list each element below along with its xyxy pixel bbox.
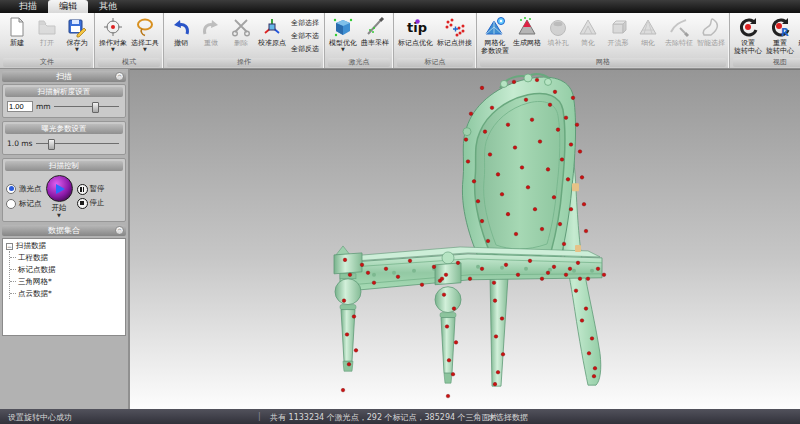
redo-icon: [200, 14, 222, 39]
ribbon-button-redo[interactable]: 重做: [196, 14, 226, 57]
dropdown-arrow-icon[interactable]: ▼: [143, 47, 147, 51]
exposure-slider-thumb[interactable]: [48, 139, 55, 150]
tree-item-label: 标记点数据: [18, 265, 56, 275]
marker-point: [548, 103, 552, 107]
tab-edit[interactable]: 编辑: [48, 0, 88, 13]
marker-point: [506, 212, 510, 216]
tree-item[interactable]: 标记点数据: [10, 263, 122, 275]
ribbon-button-fill-holes[interactable]: 填补孔: [543, 14, 573, 57]
marker-point: [514, 232, 518, 236]
marker-point: [586, 277, 590, 281]
radio-dot-icon[interactable]: [6, 184, 16, 194]
scan-control-title: 扫描控制: [5, 161, 123, 171]
ribbon-button-marker-optimize[interactable]: tip标记点优化: [396, 14, 435, 57]
tab-other[interactable]: 其他: [88, 0, 128, 13]
fill-holes-icon: [547, 14, 569, 39]
ribbon-button-calibrate-origin[interactable]: 校准原点: [256, 14, 288, 57]
dropdown-arrow-icon[interactable]: ▼: [341, 47, 345, 51]
ribbon-button-select-invert[interactable]: 全部反选: [291, 44, 319, 54]
ribbon-button-label: 撤销: [174, 39, 188, 47]
ribbon-button-marker-stitch[interactable]: 标记点拼接: [435, 14, 474, 57]
radio-dot-icon[interactable]: [6, 199, 16, 209]
marker-point: [464, 138, 468, 142]
viewport-3d[interactable]: [130, 69, 800, 409]
ribbon-button-curvature-sample[interactable]: 曲率采样: [359, 14, 391, 57]
marker-point: [480, 219, 484, 223]
marker-point: [546, 168, 550, 172]
resolution-input[interactable]: [7, 101, 33, 112]
ribbon-button-new[interactable]: 新建: [2, 14, 32, 57]
pause-label: 暂停: [90, 184, 105, 194]
ribbon-button-save-as[interactable]: 保存为▼: [62, 14, 92, 57]
marker-point: [454, 341, 458, 345]
ribbon-stack-operation: 全部选择全部不选全部反选: [288, 14, 322, 57]
stop-button[interactable]: 停止: [77, 198, 105, 209]
dropdown-arrow-icon[interactable]: ▼: [75, 47, 79, 51]
marker-point: [366, 271, 370, 275]
status-separator: |: [258, 412, 261, 421]
exposure-slider[interactable]: [36, 138, 121, 149]
tree-item[interactable]: 三角网格*: [10, 275, 122, 287]
tree-root-item[interactable]: − 扫描数据: [6, 241, 122, 251]
ribbon-group-laser-point: 模型优化▼曲率采样激光点: [325, 13, 394, 68]
sidebar: 扫描 ^ 扫描解析度设置 mm 曝光参数设置 1.0 ms 扫描控制 激光点标记…: [0, 69, 130, 409]
ribbon-button-select-all[interactable]: 全部选择: [291, 18, 319, 28]
stop-icon: [77, 198, 88, 209]
new-doc-icon: [6, 14, 28, 39]
tab-scan[interactable]: 扫描: [8, 0, 48, 13]
ribbon-button-select-none[interactable]: 全部不选: [291, 31, 319, 41]
ribbon-button-smart-select[interactable]: 智能选择: [695, 14, 727, 57]
ribbon-button-refine[interactable]: 细化: [633, 14, 663, 57]
ribbon-toolbar: 新建打开保存为▼文件操作对象▼选择工具▼模式撤销重做删除校准原点全部选择全部不选…: [0, 13, 800, 69]
marker-point: [500, 192, 504, 196]
ribbon-button-operate-object[interactable]: 操作对象▼: [97, 14, 129, 57]
set-rot-center-icon: [737, 14, 759, 39]
ribbon-button-remove-features[interactable]: 去除特征: [663, 14, 695, 57]
tree-branch-line: [10, 293, 16, 295]
pause-button[interactable]: 暂停: [77, 184, 105, 195]
ribbon-group-view: 设置 旋转中心R重置 旋转中心最佳视图视图: [730, 13, 800, 68]
ribbon-button-label: 去除特征: [665, 39, 693, 47]
dropdown-arrow-icon[interactable]: ▼: [111, 47, 115, 51]
resolution-slider-thumb[interactable]: [92, 102, 99, 113]
ribbon-button-simplify[interactable]: 简化: [573, 14, 603, 57]
marker-point: [575, 123, 579, 127]
resolution-slider[interactable]: [54, 101, 121, 112]
tree-item[interactable]: 点云数据*: [10, 287, 122, 299]
ribbon-button-delete[interactable]: 删除: [226, 14, 256, 57]
ribbon-button-mesh-params[interactable]: 网格化 参数设置: [479, 14, 511, 57]
undo-icon: [170, 14, 192, 39]
collapse-scan-panel-button[interactable]: ^: [115, 72, 124, 81]
ribbon-button-undo[interactable]: 撤销: [166, 14, 196, 57]
radio-selected-option[interactable]: 激光点: [6, 184, 42, 194]
status-statistics: 共有 1133234 个激光点，292 个标记点，385294 个三角面片: [270, 412, 498, 423]
collapse-data-panel-button[interactable]: ^: [115, 226, 124, 235]
ribbon-button-model-optimize[interactable]: 模型优化▼: [327, 14, 359, 57]
tree-expander-icon[interactable]: −: [6, 243, 13, 250]
ribbon-button-open[interactable]: 打开: [32, 14, 62, 57]
resolution-settings-box: 扫描解析度设置 mm: [2, 84, 126, 118]
start-scan-button[interactable]: [46, 175, 73, 202]
marker-point: [452, 307, 456, 311]
ribbon-group-label: 文件: [3, 58, 91, 67]
marker-point: [592, 374, 596, 378]
ribbon-button-reset-rotation-center[interactable]: R重置 旋转中心: [764, 14, 796, 57]
marker-point: [546, 271, 550, 275]
marker-point: [352, 315, 356, 319]
marker-point: [520, 166, 524, 170]
ribbon-button-best-view[interactable]: 最佳视图: [796, 14, 800, 57]
ribbon-group-file: 新建打开保存为▼文件: [0, 13, 95, 68]
manifold-icon: [607, 14, 629, 39]
marker-point: [354, 349, 358, 353]
ribbon-button-open-manifold[interactable]: 开流形: [603, 14, 633, 57]
ribbon-button-generate-mesh[interactable]: 生成网格: [511, 14, 543, 57]
ribbon-button-label: 网格化 参数设置: [481, 39, 509, 55]
start-dropdown-arrow-icon[interactable]: ▼: [57, 213, 61, 217]
radio-option[interactable]: 标记点: [6, 199, 42, 209]
marker-point: [566, 178, 570, 182]
marker-point: [445, 325, 449, 329]
tree-item[interactable]: 工程数据: [10, 251, 122, 263]
ribbon-tab-bar: 扫描 编辑 其他: [0, 0, 800, 13]
ribbon-button-select-tool[interactable]: 选择工具▼: [129, 14, 161, 57]
ribbon-button-set-rotation-center[interactable]: 设置 旋转中心: [732, 14, 764, 57]
